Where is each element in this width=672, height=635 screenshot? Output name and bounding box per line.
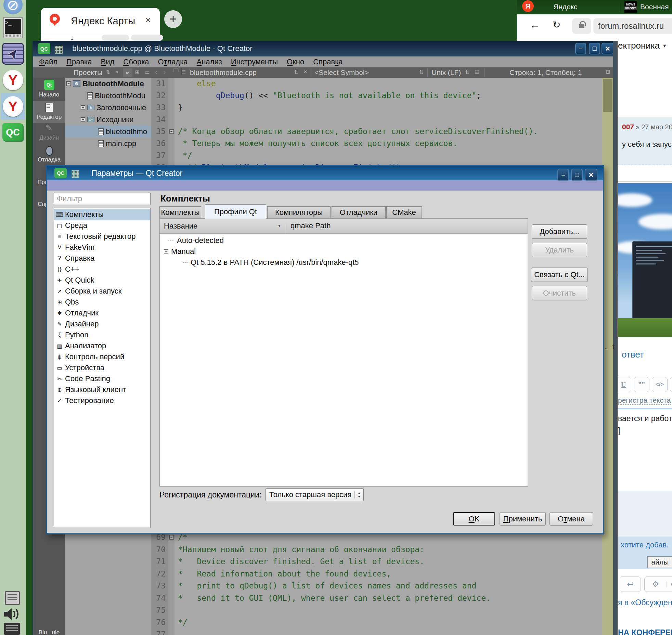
menu-file[interactable]: Файл xyxy=(35,57,62,66)
reply-link[interactable]: ответ xyxy=(622,349,644,360)
tree-item-manual[interactable]: − Manual xyxy=(160,246,528,257)
discussion-link[interactable]: я в «Обсужден xyxy=(618,598,672,607)
updown-icon[interactable]: ⇅ xyxy=(106,69,110,75)
bookmark-pill[interactable] xyxy=(102,35,129,41)
category-cpp[interactable]: {}C++ xyxy=(54,264,150,275)
filter-input[interactable]: Фильтр xyxy=(54,193,151,205)
tab-kits[interactable]: Комплекты xyxy=(159,206,201,219)
bookmark-pill[interactable] xyxy=(131,35,163,41)
list-icon[interactable]: ▤ xyxy=(475,69,479,75)
close-button[interactable]: ✕ xyxy=(585,169,597,181)
mode-debug[interactable]: Отладка xyxy=(33,145,65,167)
category-code-pasting[interactable]: ✂Code Pasting xyxy=(54,373,150,384)
launcher-item-yandex-browser[interactable]: Y xyxy=(1,68,25,92)
split-editor-icon[interactable]: ⊞ xyxy=(606,69,610,75)
launcher-item-window-picker[interactable]: ➤ xyxy=(1,41,25,66)
tab-yandex[interactable]: Яндекс xyxy=(553,3,578,11)
category-language-client[interactable]: ⊕Языковый клиент xyxy=(54,384,150,395)
sort-icon[interactable]: ▾ xyxy=(278,223,281,228)
category-devices[interactable]: ▭Устройства xyxy=(54,362,150,373)
collapse-icon[interactable]: ▭ xyxy=(145,69,150,75)
filter-icon[interactable]: ▼ xyxy=(115,70,119,74)
launcher-item-network[interactable]: ⊘ xyxy=(1,0,25,15)
link-with-qt-button[interactable]: Связать с Qt... xyxy=(531,268,588,282)
close-document-icon[interactable]: × xyxy=(303,68,307,76)
volume-icon[interactable] xyxy=(3,606,21,623)
menu-analyze[interactable]: Анализ xyxy=(192,57,227,66)
category-testing[interactable]: ✓Тестирование xyxy=(54,395,150,406)
browser-tab-maps[interactable]: Яндекс Карты × ↓ xyxy=(41,8,160,41)
minimize-button[interactable]: – xyxy=(557,169,569,181)
nav-forward-icon[interactable]: › xyxy=(163,68,166,76)
line-ending-selector[interactable]: Unix (LF) xyxy=(431,68,461,77)
mode-edit[interactable]: Редактор xyxy=(33,101,65,123)
format-code-button[interactable]: </> xyxy=(652,377,668,392)
tab-close-button[interactable]: × xyxy=(143,15,154,26)
dialog-titlebar[interactable]: QC ▦ Параметры — Qt Creator xyxy=(47,166,603,180)
column-header-name[interactable]: Название xyxy=(164,222,197,231)
quick-reply-button[interactable]: ↩ xyxy=(620,576,641,592)
new-tab-button[interactable]: + xyxy=(164,10,182,28)
tab-cmake[interactable]: CMake xyxy=(386,206,422,219)
topic-tools-button[interactable]: ⚙ ▾ xyxy=(644,576,672,592)
tree-item-qt-5-15-2[interactable]: Qt 5.15.2 в PATH (Системная) /usr/bin/qm… xyxy=(160,257,528,268)
scrollbar-thumb[interactable] xyxy=(603,79,612,112)
back-icon[interactable]: ← xyxy=(530,19,540,31)
tree-item-project-root[interactable]: − ⚙ BluetoothModule xyxy=(65,78,151,90)
updown-icon[interactable]: ⇅ xyxy=(419,69,424,75)
qt-titlebar[interactable]: QC ▦ bluetoothmodule.cpp @ BluetoothModu… xyxy=(33,41,616,56)
tree-item-pro-file[interactable]: BluetoothModu xyxy=(65,90,151,102)
symbol-selector[interactable]: <Select Symbol> xyxy=(314,68,369,77)
menu-view[interactable]: Вид xyxy=(96,57,119,66)
doc-registration-combobox[interactable]: Только старшая версия ▴▾ xyxy=(266,488,364,501)
category-version-control[interactable]: ψКонтроль версий xyxy=(54,351,150,362)
tree-item-auto-detected[interactable]: Auto-detected xyxy=(160,235,528,246)
nav-back-icon[interactable]: ‹ xyxy=(155,68,157,76)
tab-qt-versions[interactable]: Профили Qt xyxy=(205,204,266,219)
case-link[interactable]: регистра текста xyxy=(618,396,671,405)
category-debugger[interactable]: ✱Отладчик xyxy=(54,308,150,319)
clipboard-icon[interactable] xyxy=(5,591,20,605)
projects-pane-selector[interactable]: Проекты xyxy=(74,68,102,77)
launcher-item-terminal[interactable]: >_ xyxy=(1,16,25,40)
category-kits[interactable]: ⌨Комплекты xyxy=(54,209,150,220)
category-python[interactable]: ζPython xyxy=(54,329,150,340)
tab-military[interactable]: Военная xyxy=(640,3,669,11)
tree-item-main-cpp[interactable]: main.cpp xyxy=(65,138,151,150)
category-build-run[interactable]: ↗Сборка и запуск xyxy=(54,286,150,297)
menu-edit[interactable]: Правка xyxy=(62,57,96,66)
menu-window[interactable]: Окно xyxy=(282,57,309,66)
apply-button[interactable]: Применить xyxy=(500,512,546,526)
sync-with-editor-icon[interactable]: ∞ xyxy=(123,68,132,77)
format-list-button[interactable] xyxy=(670,377,672,392)
tab-debuggers[interactable]: Отладчики xyxy=(332,206,386,219)
add-button[interactable]: Добавить... xyxy=(532,224,587,239)
tree-item-bluetoothmodule-cpp[interactable]: bluetoothmo xyxy=(65,126,151,138)
updown-icon[interactable]: ⇅ xyxy=(465,69,469,75)
category-fakevim[interactable]: VFakeVim xyxy=(54,242,150,253)
cancel-button[interactable]: Отмена xyxy=(550,512,593,526)
book-icon[interactable] xyxy=(4,623,20,635)
add-icon[interactable]: ⊞ xyxy=(135,69,140,75)
launcher-item-yandex-browser-active[interactable]: Y xyxy=(1,93,25,120)
updown-icon[interactable]: ⇅ xyxy=(294,69,298,75)
category-qt-quick[interactable]: ✈Qt Quick xyxy=(54,275,150,286)
post-photo[interactable] xyxy=(618,183,672,337)
forum-breadcrumb[interactable]: ектроника ▾ xyxy=(618,40,666,51)
maximize-button[interactable]: □ xyxy=(571,169,583,181)
address-bar[interactable]: forum.rosalinux.ru xyxy=(593,18,672,34)
column-header-path[interactable]: qmake Path xyxy=(290,221,331,230)
yandex-logo-icon[interactable]: Я xyxy=(522,0,534,12)
menu-tools[interactable]: Инструменты xyxy=(227,57,282,66)
category-analyzer[interactable]: ▥Анализатор xyxy=(54,340,150,351)
tab-compilers[interactable]: Компиляторы xyxy=(267,206,331,219)
spinner-icons[interactable]: ▴▾ xyxy=(354,491,363,498)
ok-button[interactable]: OK xyxy=(453,512,495,526)
open-document-selector[interactable]: bluetoothmodule.cpp xyxy=(190,68,257,77)
category-designer[interactable]: ✎Дизайнер xyxy=(54,319,150,329)
tree-item-headers[interactable]: + h Заголовочные xyxy=(65,102,151,114)
close-button[interactable]: ✕ xyxy=(602,43,614,54)
tree-item-sources[interactable]: − C+ Исходники xyxy=(65,114,151,126)
menu-debug[interactable]: Отладка xyxy=(154,57,192,66)
attach-files-button[interactable]: айлы xyxy=(647,556,672,568)
